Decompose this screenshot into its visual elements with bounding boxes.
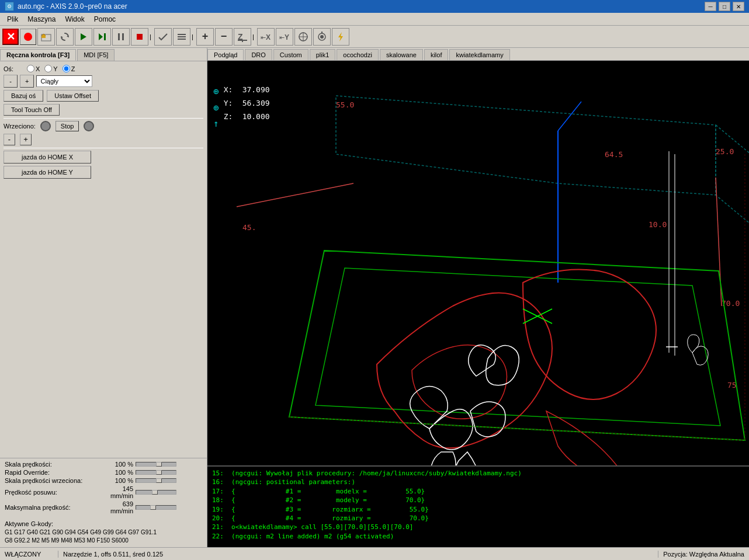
radio-z[interactable]: Z <box>63 65 75 72</box>
step-forward-button[interactable] <box>93 28 111 46</box>
tab-manual-control[interactable]: Ręczna kontrola [F3] <box>0 49 76 61</box>
gcodes-section: Aktywne G-kody: G1 G17 G40 G21 G90 G94 G… <box>0 518 207 547</box>
menu-maszyna[interactable]: Maszyna <box>23 14 60 25</box>
vtab-dro[interactable]: DRO <box>245 49 272 60</box>
rapid-override-value: 100 % <box>98 469 133 476</box>
home-y-row: jazda do HOME Y <box>4 166 203 179</box>
svg-rect-9 <box>137 34 143 40</box>
open-button[interactable] <box>37 28 55 46</box>
left-tab-bar: Ręczna kontrola [F3] MDI [F5] <box>0 48 207 61</box>
minimize-button[interactable]: ─ <box>705 2 716 11</box>
log-line-19: 19: { #3 = rozmiarx = 55.0} <box>212 505 744 514</box>
tool-info: Narzędzie 1, offs 0.511, śred 0.125 <box>58 551 658 558</box>
btn-flash[interactable] <box>332 28 349 46</box>
spindle-speed-row: - + <box>4 134 203 145</box>
spindle-ccw-icon <box>40 121 51 131</box>
sep1: | <box>150 33 153 40</box>
home-x-button[interactable]: jazda do HOME X <box>4 151 91 164</box>
z-touch-button[interactable]: Z <box>234 28 251 46</box>
error-button[interactable]: ✕ <box>2 29 19 45</box>
svg-text:Y: Y <box>285 33 289 41</box>
btn-touch-y[interactable]: ⇤Y <box>276 28 293 46</box>
spindle-cw-icon <box>84 121 94 131</box>
max-speed-row: Maksymalna prędkość: 639 mm/min <box>5 500 202 514</box>
minus-button[interactable]: − <box>215 28 233 46</box>
log-line-20: 20: { #4 = rozmiary = 70.0} <box>212 514 744 523</box>
vtab-kilof[interactable]: kilof <box>424 49 449 60</box>
close-button[interactable]: ✕ <box>733 2 744 11</box>
coord-y-row: Y: 56.309 <box>224 98 270 110</box>
max-speed-value: 639 mm/min <box>98 500 133 514</box>
pause-button[interactable] <box>112 28 130 46</box>
gcodes-label: Aktywne G-kody: <box>5 520 202 527</box>
rapid-override-slider[interactable] <box>136 470 176 475</box>
record-button[interactable] <box>20 29 36 45</box>
btn-touch-x[interactable]: ⇤X <box>257 28 275 46</box>
vtab-custom[interactable]: Custom <box>273 49 308 60</box>
reload-button[interactable] <box>56 28 74 46</box>
log-line-16: 16: (ngcgui: positional parameters:) <box>212 478 744 486</box>
vtab-ocochodzi[interactable]: ocochodzi <box>337 49 379 60</box>
maximize-button[interactable]: □ <box>719 2 730 11</box>
max-speed-label: Maksymalna prędkość: <box>5 504 98 511</box>
position-mode: Pozycja: Względna Aktualna <box>658 551 749 558</box>
canvas-area[interactable]: 55.0 25.0 45. 64.5 10.0 70.0 75 <box>207 63 749 465</box>
svg-rect-6 <box>104 33 106 40</box>
home-y-button[interactable]: jazda do HOME Y <box>4 166 91 179</box>
tool-touch-row: Tool Touch Off <box>4 104 203 116</box>
minus-axis-button[interactable]: - <box>4 75 18 88</box>
svg-marker-5 <box>99 33 103 40</box>
stop-toolbar-button[interactable] <box>131 28 148 46</box>
vtab-kwiatek[interactable]: kwiatekdlamamy <box>449 49 509 60</box>
z-axis-label: Z: <box>224 111 235 123</box>
spindle-scale-slider[interactable] <box>136 478 176 483</box>
check-button[interactable] <box>154 28 172 46</box>
svg-text:25.0: 25.0 <box>716 147 734 156</box>
vtab-skalowane[interactable]: skalowane <box>380 49 423 60</box>
vtab-podglad[interactable]: Podgląd <box>207 49 244 60</box>
vtab-plik1[interactable]: plik1 <box>310 49 336 60</box>
list-button[interactable] <box>173 28 190 46</box>
spindle-minus-button[interactable]: - <box>4 134 15 145</box>
spindle-scale-value: 100 % <box>98 477 133 484</box>
radio-y[interactable]: Y <box>44 65 57 72</box>
tab-mdi[interactable]: MDI [F5] <box>77 49 115 61</box>
gcodes-line1: G1 G17 G40 G21 G90 G94 G54 G49 G99 G64 G… <box>5 528 202 537</box>
log-area[interactable]: 15: (ngcgui: Wywołaj plik procedury: /ho… <box>207 465 749 547</box>
ustaw-offset-button[interactable]: Ustaw Offset <box>47 90 99 102</box>
arrow-column: ⊕ ⊕ ↑ <box>213 84 219 131</box>
x-axis-label: X: <box>224 84 235 96</box>
max-speed-slider[interactable] <box>136 505 176 510</box>
log-line-18: 18: { #2 = modely = 70.0} <box>212 496 744 505</box>
spindle-plus-button[interactable]: + <box>20 134 32 145</box>
axis-control-row: - + Ciągły Inkrementalne <box>4 75 203 88</box>
spindle-stop-button[interactable]: Stop <box>56 121 79 131</box>
menu-widok[interactable]: Widok <box>60 14 89 25</box>
speed-scale-slider[interactable] <box>136 462 176 467</box>
btn-camera[interactable] <box>313 28 331 46</box>
menubar: Plik Maszyna Widok Pomoc <box>0 13 749 26</box>
tool-touch-off-button[interactable]: Tool Touch Off <box>4 104 60 116</box>
svg-text:75: 75 <box>727 381 737 389</box>
viewer: Podgląd DRO Custom plik1 ocochodzi skalo… <box>207 48 749 465</box>
z-value: 10.000 <box>242 111 270 123</box>
svg-marker-26 <box>338 32 343 41</box>
coord-values: X: 37.090 Y: 56.309 Z: <box>224 84 270 131</box>
coord-x-row: X: 37.090 <box>224 84 270 96</box>
add-button[interactable]: + <box>196 28 214 46</box>
right-area: Podgląd DRO Custom plik1 ocochodzi skalo… <box>207 48 749 547</box>
jog-mode-select[interactable]: Ciągły Inkrementalne <box>36 75 92 87</box>
log-line-15: 15: (ngcgui: Wywołaj plik procedury: /ho… <box>212 469 744 478</box>
feed-speed-slider[interactable] <box>136 490 176 495</box>
plus-axis-button[interactable]: + <box>20 75 34 88</box>
menu-pomoc[interactable]: Pomoc <box>89 14 120 25</box>
feed-speed-row: Prędkość posuwu: 145 mm/min <box>5 485 202 499</box>
feed-speed-label: Prędkość posuwu: <box>5 489 98 496</box>
menu-plik[interactable]: Plik <box>2 14 23 25</box>
radio-x[interactable]: X <box>27 65 40 72</box>
bazuj-os-button[interactable]: Bazuj oś <box>4 90 43 102</box>
gcodes-line2: G8 G92.2 M2 M5 M9 M48 M53 M0 F150 S6000 <box>5 537 202 545</box>
btn-origin[interactable] <box>294 28 312 46</box>
home-x-row: jazda do HOME X <box>4 151 203 164</box>
play-button[interactable] <box>75 28 92 46</box>
